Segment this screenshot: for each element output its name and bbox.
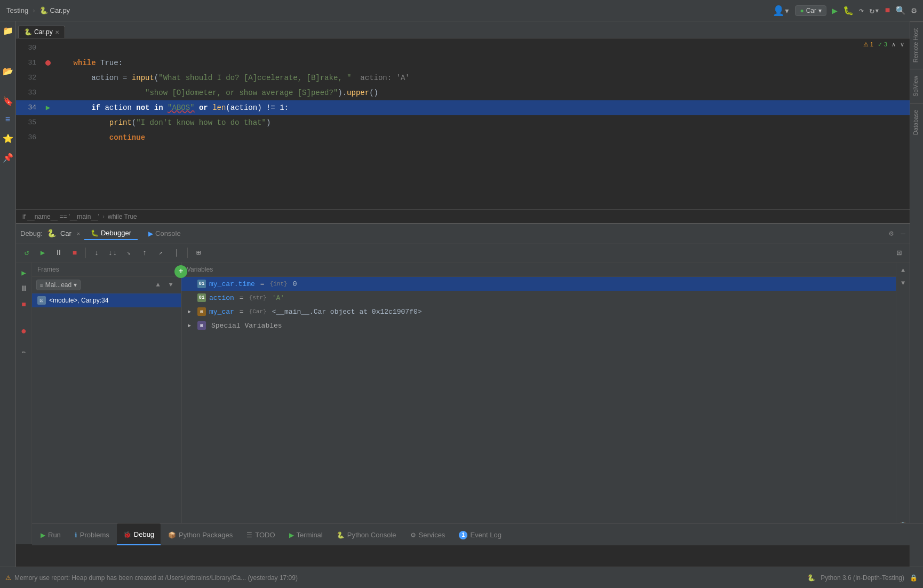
sidebar-favorites-icon[interactable]: ⭐ (3, 133, 13, 144)
run-to-cursor-btn[interactable]: ↗ (153, 245, 168, 260)
toolbar-separator (85, 248, 86, 258)
var-item-special-variables[interactable]: ▶ ⊞ Special Variables (181, 319, 910, 332)
sidebar-pin-icon[interactable]: 📌 (3, 153, 13, 163)
step-over-button[interactable]: ↷ (859, 5, 864, 16)
bottom-tab-problems[interactable]: ℹ Problems (68, 523, 116, 545)
editor-tab-car-py[interactable]: 🐍 Car.py ✕ (18, 26, 65, 38)
line-number-30: 30 (16, 41, 43, 55)
layout-btn[interactable]: ⊡ (892, 245, 906, 260)
toolbar-separator-2 (187, 248, 188, 258)
bottom-tab-event-log[interactable]: 1 Event Log (452, 523, 508, 545)
stop-button[interactable]: ■ (885, 6, 890, 15)
tab-close-icon[interactable]: ✕ (55, 29, 59, 35)
sidebar-structure-icon[interactable]: ≡ (5, 115, 11, 125)
bottom-tab-todo[interactable]: ☰ TODO (240, 523, 281, 545)
debug-tab-console[interactable]: ▶ Console (142, 227, 187, 240)
debug-minimize-icon[interactable]: — (901, 229, 905, 238)
run-config-label: Car (806, 7, 816, 14)
debug-header: Debug: 🐍 Car ✕ 🐛 Debugger ▶ Console ⚙ — (16, 224, 910, 243)
bottom-tab-terminal[interactable]: ▶ Terminal (283, 523, 329, 545)
code-content: 30 31 while True: 32 action = input("Wha… (16, 38, 910, 147)
debug-config-name: Car (60, 229, 71, 237)
step-into-btn[interactable]: ↓↓ (105, 245, 120, 260)
var-item-my-car-time[interactable]: 01 my_car.time = {int} 0 (181, 277, 910, 291)
frames-header: Frames (32, 263, 181, 277)
bottom-tab-python-packages[interactable]: 📦 Python Packages (162, 523, 239, 545)
bottom-tab-run[interactable]: ▶ Run (34, 523, 67, 545)
breadcrumb-arrow: › (102, 213, 105, 220)
variables-header-label: Variables (187, 266, 213, 273)
var-item-my-car[interactable]: ▶ ⊞ my_car = {Car} <__main__.Car object … (181, 305, 910, 319)
dlc-resume-btn[interactable]: ▶ (18, 267, 30, 279)
line-gutter-33 (43, 85, 53, 100)
frame-item-module[interactable]: ⊡ <module>, Car.py:34 (32, 293, 181, 307)
right-tab-sciview[interactable]: SciView (910, 69, 923, 103)
step-out-btn[interactable]: ↑ (137, 245, 152, 260)
sidebar-project-icon[interactable]: 📁 (3, 26, 13, 36)
right-tab-remote-host[interactable]: Remote Host (910, 21, 923, 69)
nav-down-icon[interactable]: ∨ (900, 41, 904, 48)
cursor-icon-btn[interactable]: | (169, 245, 184, 260)
frames-nav: ▲ ▼ (152, 279, 177, 291)
python-version-label: Python 3.6 (In-Depth-Testing) (821, 574, 904, 582)
todo-tab-label: TODO (255, 531, 275, 539)
step-into-my-code-btn[interactable]: ↘ (121, 245, 136, 260)
vars-side-toolbar: ▲ ▼ 📋 👓 (896, 263, 910, 544)
vars-tool-scroll-down[interactable]: ▼ (897, 277, 909, 289)
variables-panel: Variables + 01 my_car.time = {int} (181, 263, 910, 544)
frames-dropdown[interactable]: ≡ Mai...ead ▾ (36, 280, 81, 290)
var-icon-my-car-time: 01 (197, 280, 206, 288)
frames-nav-down[interactable]: ▼ (165, 279, 177, 291)
run-tab-icon: ▶ (41, 531, 45, 539)
vars-tool-scroll-up[interactable]: ▲ (897, 265, 909, 276)
debug-content: ▶ ⏸ ■ ● ✏ Frames ≡ Mai...ead ▾ (16, 263, 910, 544)
code-text-32: action = input("What should I do? [A]cce… (53, 70, 910, 85)
run-button[interactable]: ▶ (832, 5, 838, 17)
watches-btn[interactable]: ⊞ (191, 245, 206, 260)
pause-button[interactable]: ⏸ (51, 245, 66, 260)
right-sidebar: Remote Host SciView Database (910, 21, 923, 567)
services-tab-label: Services (419, 531, 445, 539)
dlc-red-dot[interactable]: ● (18, 325, 30, 337)
rerun-button[interactable]: ↺ (19, 245, 34, 260)
stop-debug-button[interactable]: ■ (67, 245, 82, 260)
dlc-pencil-btn[interactable]: ✏ (18, 346, 30, 357)
frames-header-label: Frames (37, 266, 59, 273)
debug-config-close[interactable]: ✕ (77, 231, 80, 237)
bottom-tab-debug[interactable]: 🐞 Debug (117, 523, 161, 545)
line-gutter-31 (43, 55, 53, 70)
sidebar-folder-icon[interactable]: 📂 (3, 66, 13, 77)
code-line-35: 35 print("I don't know how to do that") (16, 115, 910, 130)
frames-dropdown-arrow: ▾ (74, 281, 77, 289)
chevron-down-icon: ▾ (818, 7, 822, 14)
resume-button[interactable]: ▶ (35, 245, 50, 260)
search-button[interactable]: 🔍 (895, 5, 906, 16)
settings-button[interactable]: ⚙ (911, 5, 917, 16)
var-name-my-car-time: my_car.time (209, 280, 255, 288)
bottom-tab-python-console[interactable]: 🐍 Python Console (330, 523, 403, 545)
reload-button[interactable]: ↻▾ (869, 5, 879, 16)
debug-button[interactable]: 🐛 (843, 5, 854, 16)
nav-up-icon[interactable]: ∧ (892, 41, 896, 48)
sidebar-bookmark-icon[interactable]: 🔖 (3, 96, 13, 107)
var-item-action[interactable]: 01 action = {str} 'A' (181, 291, 910, 305)
dlc-stop-btn[interactable]: ■ (18, 299, 30, 311)
step-over-btn[interactable]: ↓ (89, 245, 104, 260)
var-icon-my-car: ⊞ (197, 307, 206, 316)
profile-icon[interactable]: 👤▾ (773, 5, 790, 17)
run-config-dropdown[interactable]: ● Car ▾ (795, 5, 826, 16)
debug-settings-icon[interactable]: ⚙ (889, 229, 893, 238)
bottom-tab-services[interactable]: ⚙ Services (404, 523, 452, 545)
breakpoint-31[interactable] (45, 60, 51, 66)
dlc-pause-btn[interactable]: ⏸ (18, 283, 30, 295)
code-line-32: 32 action = input("What should I do? [A]… (16, 70, 910, 85)
status-message: Memory use report: Heap dump has been cr… (14, 574, 298, 582)
tab-label: Car.py (34, 28, 53, 36)
debug-left-controls: ▶ ⏸ ■ ● ✏ (16, 263, 32, 544)
add-variable-btn[interactable]: + (174, 265, 187, 278)
frames-nav-up[interactable]: ▲ (152, 279, 164, 291)
var-assign-action: = (240, 294, 244, 302)
debug-tab-debugger[interactable]: 🐛 Debugger (84, 227, 138, 240)
right-tab-database[interactable]: Database (910, 103, 923, 141)
var-icon-special: ⊞ (197, 321, 206, 330)
